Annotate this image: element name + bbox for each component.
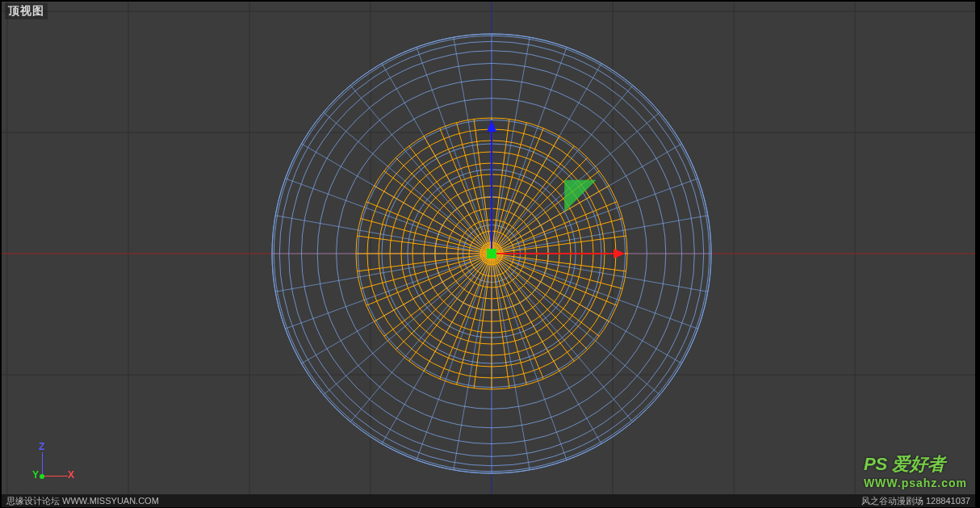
svg-line-53 bbox=[324, 254, 492, 395]
footer-bar: 思缘设计论坛 WWW.MISSYUAN.COM 风之谷动漫剧场 12884103… bbox=[2, 494, 975, 507]
nav-z-line bbox=[42, 452, 43, 477]
svg-line-46 bbox=[492, 254, 567, 460]
footer-left: 思缘设计论坛 WWW.MISSYUAN.COM bbox=[6, 494, 159, 507]
svg-line-50 bbox=[417, 254, 492, 460]
svg-line-44 bbox=[492, 254, 633, 422]
svg-line-52 bbox=[350, 254, 492, 422]
nav-z-label: Z bbox=[39, 441, 44, 452]
svg-line-62 bbox=[350, 86, 492, 254]
watermark-line2: WWW.psahz.com bbox=[864, 477, 967, 489]
svg-marker-139 bbox=[487, 120, 496, 132]
nav-x-line bbox=[42, 476, 68, 477]
3d-viewport[interactable]: 顶视图 Z X Y PS 爱好者 WWW.psahz.com bbox=[2, 2, 975, 504]
svg-marker-137 bbox=[614, 249, 625, 258]
nav-y-dot-icon bbox=[40, 474, 44, 479]
footer-right: 风之谷动漫剧场 128841037 bbox=[861, 494, 970, 507]
svg-line-61 bbox=[324, 112, 492, 254]
svg-line-43 bbox=[492, 254, 660, 395]
svg-line-68 bbox=[492, 47, 567, 254]
svg-line-64 bbox=[417, 47, 492, 254]
nav-x-label: X bbox=[68, 469, 74, 481]
svg-line-73 bbox=[492, 178, 698, 254]
watermark: PS 爱好者 WWW.psahz.com bbox=[864, 452, 967, 489]
watermark-line1: PS 爱好者 bbox=[864, 452, 967, 477]
svg-line-70 bbox=[492, 86, 633, 254]
nav-y-label: Y bbox=[32, 469, 39, 481]
svg-line-55 bbox=[285, 254, 492, 329]
svg-line-41 bbox=[492, 254, 698, 329]
svg-line-59 bbox=[285, 178, 492, 254]
viewport-label: 顶视图 bbox=[5, 3, 48, 19]
svg-rect-141 bbox=[487, 249, 496, 258]
scene-canvas[interactable] bbox=[2, 2, 975, 494]
